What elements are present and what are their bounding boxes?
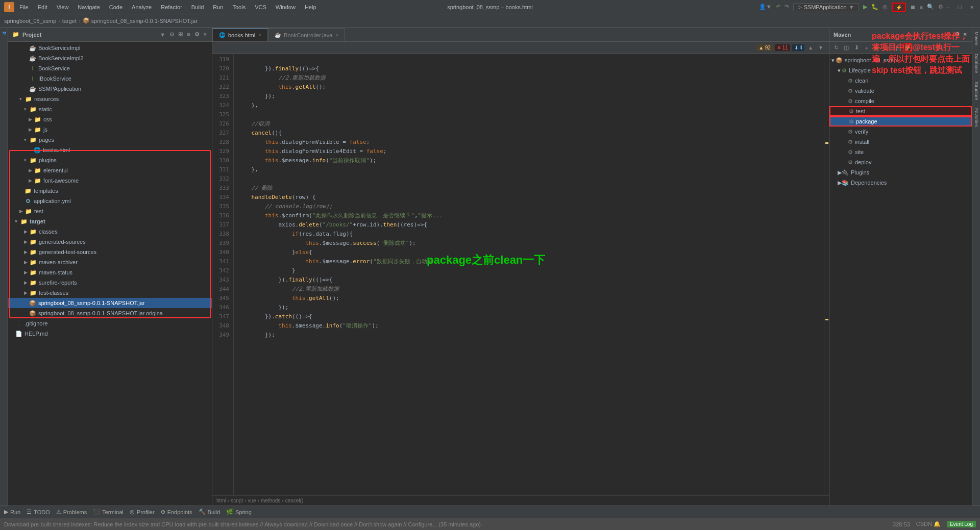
terminal-tab[interactable]: ⬛ Terminal (93, 509, 124, 515)
close-panel-icon[interactable]: × (203, 30, 208, 39)
search-button[interactable]: 🔍 (927, 4, 934, 10)
tree-item-font-awesome[interactable]: ▶ 📁 font-awesome (8, 175, 212, 186)
tree-item-pages[interactable]: ▾ 📁 pages (8, 135, 212, 145)
stop-button[interactable]: ⏹ (910, 4, 916, 10)
menu-tools[interactable]: Tools (230, 3, 248, 11)
settings-button[interactable]: ⚙ (938, 4, 943, 10)
tree-item-css[interactable]: ▶ 📁 css (8, 114, 212, 124)
tree-item-books-html[interactable]: 🌐 books.html (8, 145, 212, 155)
tree-item-test-classes[interactable]: ▶ 📁 test-classes (8, 288, 212, 298)
collapse-all-icon[interactable]: ⊞ (177, 30, 184, 39)
menu-navigate[interactable]: Navigate (76, 3, 102, 11)
tree-item-surefire-reports[interactable]: ▶ 📁 surefire-reports (8, 277, 212, 288)
minimize-button[interactable]: – (943, 3, 951, 11)
tree-item-elementui[interactable]: ▶ 📁 elementui (8, 165, 212, 175)
tree-item-plugins[interactable]: ▾ 📁 plugins (8, 155, 212, 165)
up-arrow-btn[interactable]: ▲ (806, 44, 815, 51)
tree-item-BookService[interactable]: I BookService (8, 63, 212, 73)
tree-item-test[interactable]: ▶ 📁 test (8, 206, 212, 216)
menu-run[interactable]: Run (211, 3, 225, 11)
tree-item-SSMPApplication[interactable]: ☕ SSMPApplication (8, 84, 212, 94)
breadcrumb-file[interactable]: 📦 springboot_08_ssmp-0.0.1-SNAPSHOT.jar (83, 17, 198, 24)
run-config-selector[interactable]: ▷ SSMPApplication ▼ (793, 3, 859, 11)
run-back-icon[interactable]: ↶ (776, 4, 780, 10)
maven-install[interactable]: ⚙ install (829, 137, 972, 147)
menu-code[interactable]: Code (107, 3, 125, 11)
debug-button[interactable]: 🐛 (871, 4, 878, 10)
favorites-tab-icon[interactable]: Favorites (973, 106, 979, 129)
profiler-tab[interactable]: ◎ Profiler (130, 509, 155, 515)
run-forward-icon[interactable]: ↷ (785, 4, 789, 10)
tree-item-jar-origina[interactable]: 📦 springboot_08_ssmp-0.0.1-SNAPSHOT.jar.… (8, 308, 212, 318)
code-editor[interactable]: 319 320 321 322 323 324 325 326 327 328 … (212, 54, 829, 495)
maven-clean[interactable]: ⚙ clean (829, 75, 972, 86)
tree-item-classes[interactable]: ▶ 📁 classes (8, 226, 212, 237)
menu-view[interactable]: View (55, 3, 71, 11)
menu-edit[interactable]: Edit (36, 3, 50, 11)
maven-plus-btn[interactable]: + (862, 43, 871, 53)
maximize-button[interactable]: □ (955, 3, 964, 11)
settings-icon[interactable]: ⚙ (193, 30, 201, 39)
close-button[interactable]: × (968, 3, 976, 11)
build-tab[interactable]: 🔨 Build (199, 509, 220, 515)
coverage-button[interactable]: ◎ (883, 4, 888, 10)
maven-add-btn[interactable]: ◫ (842, 43, 851, 53)
database-tab-icon[interactable]: Database (973, 52, 979, 75)
structure-tab-icon[interactable]: Structure (973, 80, 979, 103)
vcs-icon[interactable]: 👤▼ (759, 4, 772, 10)
maven-site[interactable]: ⚙ site (829, 147, 972, 157)
build-more-button[interactable]: ≡ (920, 4, 923, 10)
code-content[interactable]: }).finally(()=>{ //2.重新加载数据 this.getAll(… (234, 54, 824, 495)
menu-refactor[interactable]: Refactor (159, 3, 184, 11)
tree-item-resources[interactable]: ▾ 📁 resources (8, 94, 212, 104)
maven-tab-icon[interactable]: Maven (973, 30, 979, 47)
tree-item-js[interactable]: ▶ 📁 js (8, 124, 212, 135)
problems-tab[interactable]: ⚠ Problems (56, 509, 87, 515)
maven-validate[interactable]: ⚙ validate (829, 86, 972, 96)
maven-plugins-section[interactable]: ▶ 🔌 Plugins (829, 167, 972, 178)
menu-analyze[interactable]: Analyze (130, 3, 154, 11)
tree-item-target[interactable]: ▾ 📁 target (8, 216, 212, 226)
tree-item-templates[interactable]: 📁 templates (8, 186, 212, 196)
tab-book-controller[interactable]: ☕ BookController.java × (268, 28, 345, 41)
run-tab[interactable]: ▶ Run (4, 509, 20, 515)
expand-icon[interactable]: ≡ (186, 30, 191, 39)
maven-dependencies-section[interactable]: ▶ 📚 Dependencies (829, 178, 972, 188)
maven-package[interactable]: ⚙ package (829, 116, 972, 127)
skip-test-button[interactable]: ⚡ (892, 3, 906, 12)
breadcrumb-project[interactable]: springboot_08_ssmp (4, 18, 56, 24)
run-button[interactable]: ▶ (863, 4, 867, 10)
tree-item-IBookService[interactable]: I IBookService (8, 73, 212, 84)
tree-item-application-yml[interactable]: ⚙ application.yml (8, 196, 212, 206)
tab-close-icon[interactable]: × (258, 32, 261, 38)
menu-build[interactable]: Build (189, 3, 206, 11)
maven-compile[interactable]: ⚙ compile (829, 96, 972, 106)
tree-item-BookServiceImpl2[interactable]: ☕ BookServiceImpl2 (8, 53, 212, 63)
project-panel-dropdown[interactable]: ▼ (160, 32, 165, 38)
maven-verify[interactable]: ⚙ verify (829, 127, 972, 137)
breadcrumb-folder[interactable]: target (62, 18, 77, 24)
tree-item-maven-archiver[interactable]: ▶ 📁 maven-archiver (8, 257, 212, 267)
tab-close-icon[interactable]: × (335, 32, 338, 38)
maven-download-btn[interactable]: ⬇ (852, 43, 861, 53)
maven-refresh-btn[interactable]: ↻ (831, 43, 841, 53)
endpoints-tab[interactable]: ⊕ Endpoints (161, 509, 192, 515)
menu-window[interactable]: Window (274, 3, 298, 11)
tree-item-static[interactable]: ▾ 📁 static (8, 104, 212, 114)
todo-tab[interactable]: ☰ TODO (27, 509, 50, 515)
locate-icon[interactable]: ⊙ (168, 30, 175, 39)
tree-item-jar-selected[interactable]: 📦 springboot_08_ssmp-0.0.1-SNAPSHOT.jar (8, 298, 212, 308)
spring-tab[interactable]: 🌿 Spring (226, 509, 252, 515)
tree-item-BookServiceImpl[interactable]: ☕ BookServiceImpl (8, 43, 212, 53)
tree-item-maven-status[interactable]: ▶ 📁 maven-status (8, 267, 212, 277)
menu-help[interactable]: Help (303, 3, 318, 11)
tree-item-gitignore[interactable]: . .gitignore (8, 318, 212, 329)
tree-item-help-md[interactable]: 📄 HELP.md (8, 329, 212, 339)
tab-books-html[interactable]: 🌐 books.html × (212, 28, 268, 41)
maven-deploy[interactable]: ⚙ deploy (829, 157, 972, 167)
project-icon[interactable]: P (1, 30, 8, 37)
menu-vcs[interactable]: VCS (253, 3, 268, 11)
tree-item-generated-test-sources[interactable]: ▶ 📁 generated-test-sources (8, 247, 212, 257)
event-log-badge[interactable]: Event Log (947, 521, 976, 527)
down-arrow-btn[interactable]: ▼ (817, 44, 825, 51)
